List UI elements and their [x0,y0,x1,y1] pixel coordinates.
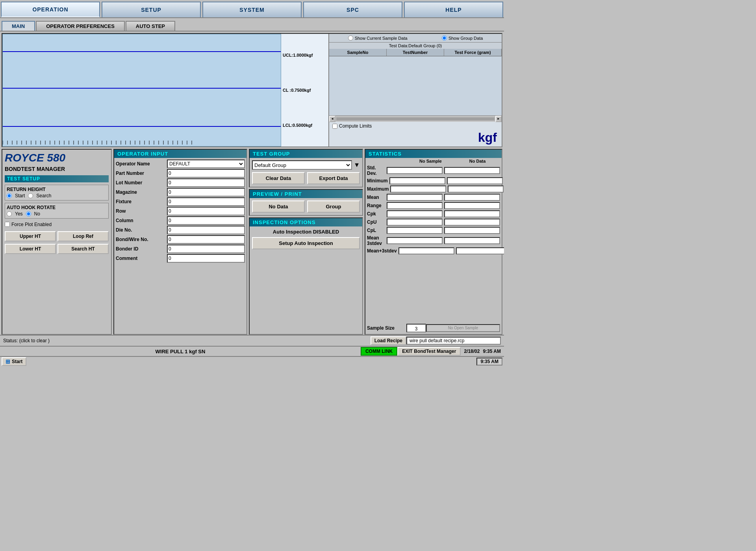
auto-hook-radios: Yes No [7,211,107,217]
minimum-v1[interactable] [389,177,445,184]
column-input[interactable] [167,216,245,225]
scroll-track[interactable] [336,117,495,121]
upper-ht-button[interactable]: Upper HT [5,231,56,241]
start-label: Start [12,359,22,364]
mean-plus-3stdev-v1[interactable] [398,247,454,254]
statistics-panel: STATISTICS No Sample No Data Std. Dev. M… [365,149,502,335]
radio-no[interactable] [26,211,31,217]
start-button[interactable]: ⊞ Start [2,357,26,366]
radio-start[interactable] [7,193,12,199]
operator-input-panel: OPERATOR INPUT Operator Name DEFAULT Par… [113,149,247,335]
lot-number-input[interactable] [167,178,245,187]
stats-rows: Std. Dev. Minimum Maximum Mean [365,164,502,322]
field-row-column: Column [116,216,245,225]
menu-tab-help[interactable]: HELP [404,2,503,17]
label-magazine: Magazine [116,189,167,195]
range-v1[interactable] [387,202,443,209]
cpu-v1[interactable] [387,219,443,226]
maximum-v2[interactable] [448,186,504,193]
group-button[interactable]: Group [307,200,360,213]
force-plot-checkbox[interactable] [5,222,10,227]
radio-yes[interactable] [7,211,12,217]
mean-3stdev-v2[interactable] [444,237,500,244]
operator-fields: Operator Name DEFAULT Part Number Lot Nu… [114,158,246,264]
label-cpl: CpL [367,228,385,233]
comment-input[interactable] [167,254,245,263]
cpu-v2[interactable] [444,219,500,226]
die-no-input[interactable] [167,226,245,234]
force-plot-row: Force Plot Enabled [5,222,109,227]
mean-v1[interactable] [387,194,443,201]
test-group-select[interactable]: Default Group [252,160,352,170]
tab-auto-step[interactable]: AUTO STEP [126,21,175,31]
lower-ht-button[interactable]: Lower HT [5,244,56,254]
bonder-id-input[interactable] [167,245,245,253]
status-text[interactable]: Status: (click to clear ) [3,338,371,343]
data-table-area: Show Current Sample Data Show Group Data… [328,34,502,147]
chart-area: 958 854 750 646 542 438 [2,33,502,147]
radio-search[interactable] [28,193,33,199]
preview-btn-row: No Data Group [250,198,362,215]
label-std-dev: Std. Dev. [367,165,385,176]
data-scrollbar[interactable]: ◄ ► [329,115,502,122]
cpl-v2[interactable] [444,227,500,234]
menu-tab-operation[interactable]: OPERATION [1,2,100,17]
label-range: Range [367,203,385,208]
load-recipe-button[interactable]: Load Recipe [371,336,406,345]
export-data-button[interactable]: Export Data [307,172,360,184]
menu-tab-setup[interactable]: SETUP [102,2,201,17]
radio-current-sample-input[interactable] [348,35,353,41]
field-row-lot-number: Lot Number [116,178,245,187]
col-sample-no: SampleNo [329,49,387,56]
exit-button[interactable]: EXIT BondTest Manager [397,347,461,356]
row-input[interactable] [167,207,245,215]
loop-ref-button[interactable]: Loop Ref [57,231,109,241]
cpk-v1[interactable] [387,210,443,217]
data-table-scroll[interactable] [329,56,502,115]
part-number-input[interactable] [167,169,245,178]
magazine-input[interactable] [167,188,245,197]
bond-wire-input[interactable] [167,235,245,244]
mean-3stdev-v1[interactable] [387,237,443,244]
taskbar-time: 9:35 AM [476,358,502,365]
menu-tab-spc[interactable]: SPC [303,2,402,17]
setup-auto-inspection-button[interactable]: Setup Auto Inspection [252,237,360,249]
test-group-header: TEST GROUP [250,150,362,158]
std-dev-v1[interactable] [387,167,443,174]
maximum-v1[interactable] [390,186,446,193]
stats-row-mean-3stdev: Mean 3stdev [367,235,500,246]
tab-main[interactable]: MAIN [2,21,35,31]
mean-plus-3stdev-v2[interactable] [456,247,504,254]
range-v2[interactable] [444,202,500,209]
operator-name-select[interactable]: DEFAULT [167,160,245,168]
scroll-right-btn[interactable]: ► [495,116,502,122]
radio-yes-label: Yes [15,211,23,217]
radio-group-data[interactable]: Show Group Data [442,35,483,41]
stats-col-no-sample: No Sample [408,159,453,163]
compute-limits-label: Compute Limits [339,123,372,129]
menu-tab-system[interactable]: SYSTEM [202,2,302,17]
auto-hook-section: AUTO HOOK ROTATE Yes No [5,203,109,219]
field-row-comment: Comment [116,254,245,263]
radio-current-sample[interactable]: Show Current Sample Data [348,35,408,41]
compute-limits-checkbox[interactable] [332,124,337,129]
statistics-header: STATISTICS [365,150,502,158]
mean-v2[interactable] [444,194,500,201]
fixture-input[interactable] [167,197,245,206]
minimum-v2[interactable] [447,177,503,184]
radio-group-data-input[interactable] [442,35,447,41]
tab-operator-preferences[interactable]: OPERATOR PREFERENCES [36,21,125,31]
test-setup-header: TEST SETUP [5,175,109,182]
cpk-v2[interactable] [444,210,500,217]
no-data-button[interactable]: No Data [252,200,305,213]
cpl-v1[interactable] [387,227,443,234]
label-maximum: Maximum [367,186,389,192]
royce-panel: ROYCE 580 BONDTEST MANAGER TEST SETUP RE… [2,149,112,335]
std-dev-v2[interactable] [444,167,500,174]
search-ht-button[interactable]: Search HT [57,244,109,254]
field-row-fixture: Fixture [116,197,245,206]
scroll-left-btn[interactable]: ◄ [329,116,335,122]
field-row-die-no: Die No. [116,226,245,234]
field-row-magazine: Magazine [116,188,245,197]
clear-data-button[interactable]: Clear Data [252,172,305,184]
